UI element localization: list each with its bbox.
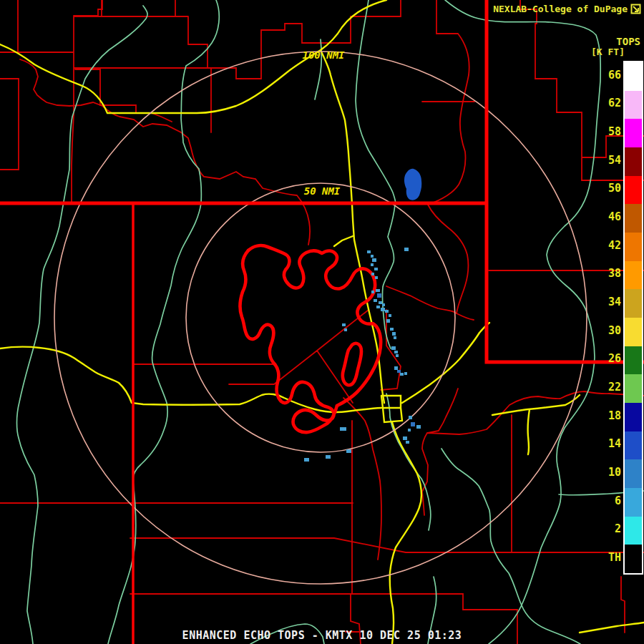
scale-label-50: 50 <box>590 175 621 203</box>
echo-cell <box>374 299 377 302</box>
echo-cell <box>404 372 407 375</box>
echo-cell <box>390 328 394 331</box>
echo-cell <box>372 258 376 262</box>
scale-label-TH: TH <box>590 543 621 572</box>
radar-display: 100 NMI 50 NMI NEXLAB-College of DuPage … <box>0 0 644 644</box>
echo-cell <box>371 263 374 266</box>
scale-title-block: TOPS [K FT] <box>591 36 640 58</box>
echo-cell <box>367 250 371 253</box>
scale-band-42 <box>625 233 642 261</box>
echo-cell <box>394 366 398 370</box>
scale-band-2 <box>625 517 642 545</box>
echo-cell <box>400 373 404 376</box>
external-link-icon[interactable] <box>630 4 641 14</box>
scale-label-66: 66 <box>590 61 621 89</box>
scale-label-18: 18 <box>590 401 621 430</box>
scale-band-14 <box>625 431 642 460</box>
scale-label-38: 38 <box>590 260 621 288</box>
echo-cell <box>391 346 396 350</box>
echo-cell <box>394 336 396 339</box>
scale-label-42: 42 <box>590 231 621 260</box>
header-link[interactable]: NEXLAB-College of DuPage <box>493 4 641 14</box>
product-caption: ENHANCED ECHO TOPS - KMTX 10 DEC 25 01:2… <box>0 629 644 642</box>
scale-title: TOPS <box>591 36 640 47</box>
echo-cell <box>342 323 346 326</box>
scale-band-62 <box>625 91 642 119</box>
scale-label-10: 10 <box>590 458 621 487</box>
echo-cell <box>416 425 421 429</box>
echo-cell <box>396 354 399 357</box>
echo-cell <box>406 441 409 444</box>
scale-band-38 <box>625 261 642 290</box>
great-salt-lake-outline <box>240 245 381 432</box>
bear-lake <box>404 169 421 200</box>
echo-tops-colorbar <box>623 61 643 575</box>
ring-label-100nmi: 100 NMI <box>302 49 345 61</box>
echo-cell <box>377 293 381 298</box>
scale-label-34: 34 <box>590 288 621 316</box>
echo-cell <box>376 289 380 292</box>
echo-cell <box>375 276 378 279</box>
rivers <box>17 0 644 644</box>
echo-cell <box>326 455 331 459</box>
scale-band-TH <box>625 545 642 573</box>
scale-band-10 <box>625 459 642 488</box>
scale-label-46: 46 <box>590 203 621 231</box>
colorbar-labels: 66625854504642383430262218141062TH <box>590 61 621 572</box>
echo-cell <box>386 319 390 323</box>
echo-cell <box>394 351 398 353</box>
echo-cell <box>371 273 374 275</box>
ring-label-50nmi: 50 NMI <box>304 185 341 197</box>
scale-label-62: 62 <box>590 89 621 118</box>
echo-cell <box>371 255 374 258</box>
scale-label-6: 6 <box>590 487 621 515</box>
echo-cell <box>403 436 407 440</box>
echo-cell <box>392 332 396 336</box>
echo-cell <box>408 429 411 431</box>
echo-cell <box>397 370 401 373</box>
ring-50nmi <box>186 183 455 452</box>
header-title: NEXLAB-College of DuPage <box>493 4 628 14</box>
scale-label-14: 14 <box>590 430 621 459</box>
radar-map: 100 NMI 50 NMI <box>0 0 644 644</box>
scale-band-58 <box>625 119 642 147</box>
scale-label-2: 2 <box>590 515 621 544</box>
echo-cell <box>381 308 385 311</box>
echo-cell <box>411 422 415 426</box>
scale-label-30: 30 <box>590 316 621 345</box>
scale-label-22: 22 <box>590 373 621 401</box>
scale-band-26 <box>625 346 642 375</box>
echo-cell <box>346 449 351 453</box>
scale-band-30 <box>625 318 642 346</box>
scale-band-54 <box>625 147 642 176</box>
scale-band-18 <box>625 403 642 431</box>
scale-band-66 <box>625 62 642 91</box>
echo-cell <box>374 268 378 270</box>
scale-label-58: 58 <box>590 117 621 146</box>
scale-units: [K FT] <box>591 47 625 58</box>
scale-band-46 <box>625 204 642 233</box>
scale-label-26: 26 <box>590 345 621 374</box>
echo-cell <box>409 416 412 419</box>
scale-band-22 <box>625 374 642 403</box>
highways <box>0 0 644 644</box>
scale-band-6 <box>625 488 642 517</box>
echo-cell <box>371 291 374 293</box>
echo-cell <box>379 301 382 304</box>
echo-cell <box>304 458 309 462</box>
scale-band-34 <box>625 289 642 318</box>
echo-cell <box>382 303 385 306</box>
echo-cell <box>389 314 391 317</box>
scale-band-50 <box>625 176 642 205</box>
echo-cell <box>404 248 409 251</box>
scale-label-54: 54 <box>590 146 621 175</box>
echo-cell <box>344 328 347 331</box>
echo-cell <box>340 427 346 431</box>
echo-cell <box>385 310 389 313</box>
echo-cell <box>376 306 380 308</box>
